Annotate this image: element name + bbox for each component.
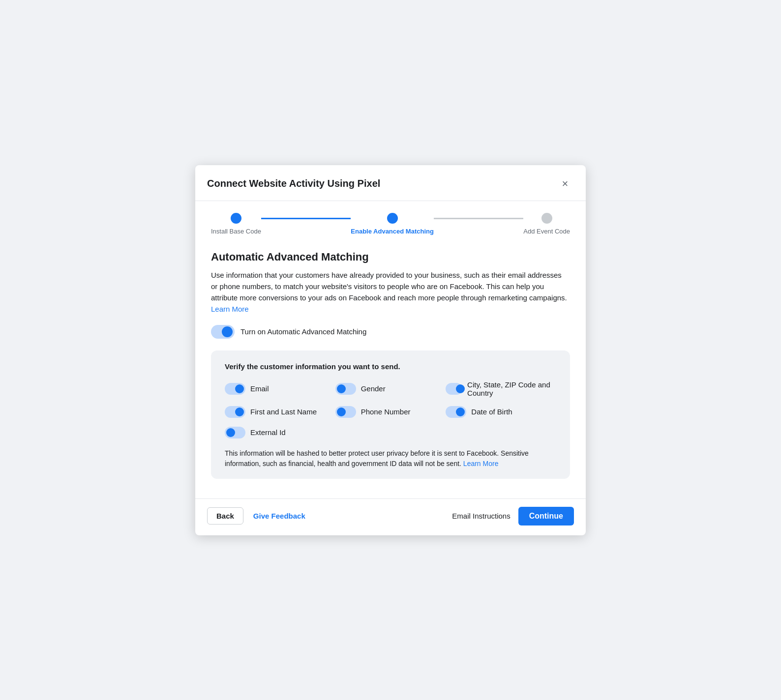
- toggle-phone-label: Phone Number: [361, 408, 411, 416]
- toggle-item-phone: Phone Number: [335, 406, 446, 418]
- toggle-item-gender: Gender: [335, 380, 446, 397]
- stepper-step-1: Install Base Code: [211, 213, 261, 235]
- toggle-item-externalid: External Id: [225, 427, 335, 438]
- stepper-circle-1: [231, 213, 241, 224]
- main-toggle-row: Turn on Automatic Advanced Matching: [211, 325, 570, 339]
- toggles-grid: Email Gender City, State, ZIP Code and C…: [225, 380, 556, 438]
- toggle-externalid-label: External Id: [250, 428, 286, 437]
- toggle-dob-label: Date of Birth: [471, 408, 512, 416]
- toggle-name-label: First and Last Name: [250, 408, 317, 416]
- stepper-label-1: Install Base Code: [211, 228, 261, 235]
- toggle-thumb: [222, 326, 233, 337]
- email-instructions-button[interactable]: Email Instructions: [452, 512, 510, 520]
- learn-more-link-2[interactable]: Learn More: [463, 460, 499, 467]
- toggle-gender[interactable]: [335, 383, 356, 395]
- main-toggle-label: Turn on Automatic Advanced Matching: [240, 327, 366, 336]
- stepper-circle-3: [541, 213, 552, 224]
- toggle-email[interactable]: [225, 383, 245, 395]
- toggle-dob-thumb: [456, 408, 465, 416]
- stepper-circle-2: [387, 213, 398, 224]
- learn-more-link-1[interactable]: Learn More: [211, 305, 249, 313]
- toggle-email-thumb: [235, 384, 244, 393]
- toggle-city[interactable]: [446, 383, 462, 395]
- stepper-label-2: Enable Advanced Matching: [351, 228, 434, 235]
- toggle-email-label: Email: [250, 384, 269, 393]
- toggle-externalid[interactable]: [225, 427, 245, 438]
- close-button[interactable]: ×: [556, 175, 574, 193]
- toggle-externalid-thumb: [226, 428, 235, 437]
- main-toggle[interactable]: [211, 325, 235, 339]
- verify-card-title: Verify the customer information you want…: [225, 362, 556, 371]
- continue-button[interactable]: Continue: [518, 507, 574, 525]
- toggle-dob[interactable]: [446, 406, 466, 418]
- toggle-item-dob: Date of Birth: [446, 406, 556, 418]
- toggle-item-city: City, State, ZIP Code and Country: [446, 380, 556, 397]
- toggle-phone[interactable]: [335, 406, 356, 418]
- modal-footer: Back Give Feedback Email Instructions Co…: [195, 498, 586, 535]
- section-desc-text: Use information that your customers have…: [211, 271, 567, 302]
- toggle-name[interactable]: [225, 406, 245, 418]
- toggle-phone-thumb: [337, 408, 346, 416]
- stepper-line-2: [434, 218, 523, 219]
- footer-right: Email Instructions Continue: [452, 507, 574, 525]
- footer-left: Back Give Feedback: [207, 507, 305, 525]
- toggle-item-email: Email: [225, 380, 335, 397]
- give-feedback-button[interactable]: Give Feedback: [253, 512, 305, 520]
- modal-body: Install Base Code Enable Advanced Matchi…: [195, 201, 586, 498]
- toggle-city-label: City, State, ZIP Code and Country: [467, 380, 556, 397]
- toggle-gender-label: Gender: [361, 384, 386, 393]
- verify-note: This information will be hashed to bette…: [225, 448, 556, 469]
- back-button[interactable]: Back: [207, 507, 243, 525]
- toggle-item-name: First and Last Name: [225, 406, 335, 418]
- modal-header: Connect Website Activity Using Pixel ×: [195, 165, 586, 201]
- toggle-name-thumb: [235, 408, 244, 416]
- stepper-step-3: Add Event Code: [523, 213, 570, 235]
- verify-card: Verify the customer information you want…: [211, 350, 570, 479]
- stepper-label-3: Add Event Code: [523, 228, 570, 235]
- modal: Connect Website Activity Using Pixel × I…: [195, 165, 586, 535]
- section-title: Automatic Advanced Matching: [211, 251, 570, 263]
- stepper: Install Base Code Enable Advanced Matchi…: [211, 213, 570, 235]
- section-description: Use information that your customers have…: [211, 269, 570, 315]
- toggle-gender-thumb: [337, 384, 346, 393]
- stepper-step-2: Enable Advanced Matching: [351, 213, 434, 235]
- toggle-city-thumb: [456, 384, 465, 393]
- modal-title: Connect Website Activity Using Pixel: [207, 178, 380, 189]
- stepper-line-1: [261, 218, 351, 219]
